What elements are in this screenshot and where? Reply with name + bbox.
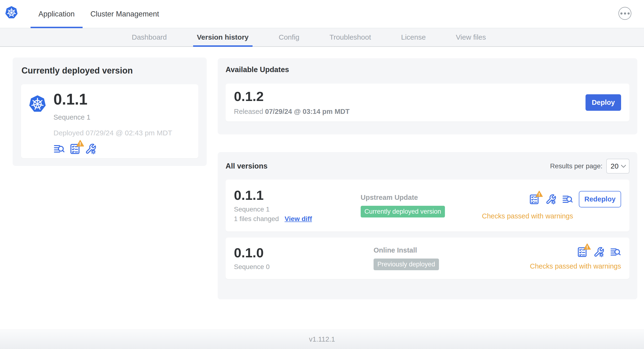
kubernetes-app-icon <box>28 95 47 114</box>
warning-triangle-icon <box>76 140 84 147</box>
results-per-page-label: Results per page: <box>550 162 602 170</box>
tab-cluster-management[interactable]: Cluster Management <box>82 0 167 28</box>
footer: v1.112.1 <box>0 330 644 349</box>
available-updates-card: Available Updates 0.1.2 Released 07/29/2… <box>218 58 637 134</box>
edit-config-icon[interactable] <box>546 194 556 205</box>
update-version-number: 0.1.2 <box>234 90 350 103</box>
topbar: Application Cluster Management <box>0 0 644 28</box>
tab-license[interactable]: License <box>397 28 430 46</box>
available-updates-title: Available Updates <box>226 66 630 74</box>
tab-version-history[interactable]: Version history <box>193 28 252 46</box>
more-menu-button[interactable] <box>618 7 631 20</box>
preflight-status-text: Checks passed with warnings <box>530 262 621 270</box>
release-notes-icon[interactable] <box>562 194 573 205</box>
tab-application[interactable]: Application <box>30 0 82 28</box>
currently-deployed-title: Currently deployed version <box>22 66 198 76</box>
all-versions-title: All versions <box>226 162 268 170</box>
preflight-checks-icon[interactable] <box>69 143 81 155</box>
edit-config-icon[interactable] <box>85 143 96 155</box>
row-sequence: Sequence 0 <box>234 263 374 271</box>
warning-triangle-icon <box>584 243 591 250</box>
currently-deployed-card: Currently deployed version <box>13 58 207 166</box>
all-versions-card: All versions Results per page: 20 0.1.1 … <box>218 152 637 299</box>
row-version-number: 0.1.0 <box>234 246 374 260</box>
console-version: v1.112.1 <box>309 336 335 343</box>
topbar-tabs: Application Cluster Management <box>30 0 167 28</box>
preflight-checks-icon[interactable] <box>529 194 540 205</box>
deployed-version-number: 0.1.1 <box>54 91 172 108</box>
row-version-number: 0.1.1 <box>234 188 361 202</box>
status-badge: Currently deployed version <box>361 206 445 218</box>
app-subnav: Dashboard Version history Config Trouble… <box>0 28 644 47</box>
tab-troubleshoot[interactable]: Troubleshoot <box>326 28 375 46</box>
ellipsis-icon <box>620 12 622 14</box>
files-changed-label: 1 files changed <box>234 215 279 223</box>
version-source-label: Online Install <box>374 246 507 254</box>
version-row: 0.1.0 Sequence 0 Online Install Previous… <box>226 238 630 279</box>
warning-triangle-icon <box>536 190 543 197</box>
preflight-status-text: Checks passed with warnings <box>482 212 573 220</box>
deploy-button[interactable]: Deploy <box>586 94 621 111</box>
tab-view-files[interactable]: View files <box>452 28 490 46</box>
version-source-label: Upstream Update <box>361 194 482 202</box>
edit-config-icon[interactable] <box>594 246 604 258</box>
tab-dashboard[interactable]: Dashboard <box>128 28 171 46</box>
deployed-version-card: 0.1.1 Sequence 1 Deployed 07/29/24 @ 02:… <box>21 84 198 158</box>
kubernetes-logo <box>4 6 18 20</box>
results-per-page-select[interactable]: 20 <box>606 159 630 174</box>
release-notes-icon[interactable] <box>54 143 65 155</box>
row-sequence: Sequence 1 <box>234 206 361 213</box>
deployed-sequence: Sequence 1 <box>54 114 172 121</box>
deployed-timestamp: Deployed 07/29/24 @ 02:43 pm MDT <box>54 129 172 137</box>
update-row: 0.1.2 Released 07/29/24 @ 03:14 pm MDT D… <box>226 84 630 122</box>
redeploy-button[interactable]: Redeploy <box>579 191 621 208</box>
tab-config[interactable]: Config <box>275 28 304 46</box>
release-notes-icon[interactable] <box>610 246 621 258</box>
update-released-date: 07/29/24 @ 03:14 pm MDT <box>265 108 350 115</box>
chevron-down-icon <box>621 165 626 168</box>
update-released-line: Released 07/29/24 @ 03:14 pm MDT <box>234 108 350 116</box>
status-badge: Previously deployed <box>374 258 439 270</box>
view-diff-link[interactable]: View diff <box>284 215 312 223</box>
version-row: 0.1.1 Sequence 1 1 files changed View di… <box>226 180 630 232</box>
preflight-checks-icon[interactable] <box>577 246 588 258</box>
